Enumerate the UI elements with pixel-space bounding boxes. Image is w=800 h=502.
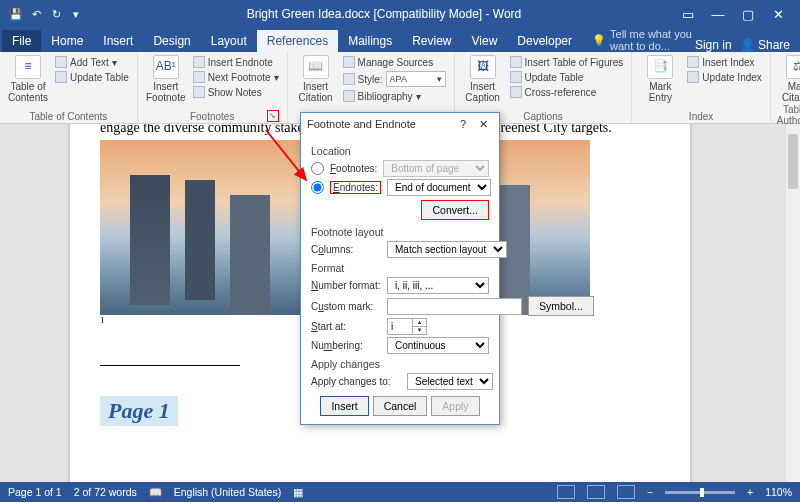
group-index: 📑Mark Entry Insert Index Update Index In…	[632, 52, 771, 123]
mark-entry-button[interactable]: 📑Mark Entry	[638, 55, 682, 110]
undo-icon[interactable]: ↶	[28, 6, 44, 22]
vertical-scrollbar[interactable]	[785, 124, 800, 482]
share-button[interactable]: 👤 Share	[740, 38, 790, 52]
numbering-label: Numbering:	[311, 340, 381, 351]
footnotes-radio[interactable]	[311, 162, 324, 175]
insert-citation-button[interactable]: 📖Insert Citation	[294, 55, 338, 110]
symbol-button[interactable]: Symbol...	[528, 296, 594, 316]
update-icon	[55, 71, 67, 83]
update-icon	[510, 71, 522, 83]
close-icon[interactable]: ✕	[766, 7, 790, 22]
dialog-close-button[interactable]: ✕	[473, 118, 493, 131]
web-layout-button[interactable]	[617, 485, 635, 499]
group-toc: ≡Table of Contents Add Text ▾ Update Tab…	[0, 52, 138, 123]
status-words[interactable]: 2 of 72 words	[74, 486, 137, 498]
tab-file[interactable]: File	[2, 30, 41, 52]
status-page[interactable]: Page 1 of 1	[8, 486, 62, 498]
section-apply-changes: Apply changes	[311, 358, 489, 370]
insert-endnote-button[interactable]: Insert Endnote	[191, 55, 281, 69]
zoom-out-button[interactable]: −	[647, 486, 653, 498]
tab-developer[interactable]: Developer	[507, 30, 582, 52]
save-icon[interactable]: 💾	[8, 6, 24, 22]
tell-me[interactable]: 💡Tell me what you want to do...	[582, 28, 695, 52]
mark-citation-button[interactable]: ⚖Mark Citation	[777, 55, 800, 103]
section-footnote-layout: Footnote layout	[311, 226, 489, 238]
insert-button[interactable]: Insert	[320, 396, 368, 416]
convert-button[interactable]: Convert...	[421, 200, 489, 220]
endnotes-radio[interactable]	[311, 181, 324, 194]
insert-caption-button[interactable]: 🖼Insert Caption	[461, 55, 505, 110]
page-number-field[interactable]: Page 1	[100, 396, 178, 426]
number-format-select[interactable]: i, ii, iii, ...	[387, 277, 489, 294]
footnotes-radio-label[interactable]: Footnotes:	[330, 163, 377, 174]
custom-mark-input[interactable]	[387, 298, 522, 315]
custom-mark-label: Custom mark:	[311, 301, 381, 312]
ribbon-options-icon[interactable]: ▭	[676, 7, 700, 22]
signin-link[interactable]: Sign in	[695, 38, 732, 52]
endnotes-radio-label[interactable]: Endnotes:	[330, 181, 381, 194]
start-at-input[interactable]	[387, 318, 413, 335]
footnotes-dialog-launcher[interactable]: ↘	[267, 110, 279, 122]
tab-review[interactable]: Review	[402, 30, 461, 52]
maximize-icon[interactable]: ▢	[736, 7, 760, 22]
qat-customize-icon[interactable]: ▾	[68, 6, 84, 22]
add-text-button[interactable]: Add Text ▾	[53, 55, 131, 69]
status-language[interactable]: English (United States)	[174, 486, 281, 498]
status-proofing-icon[interactable]: 📖	[149, 486, 162, 499]
tab-home[interactable]: Home	[41, 30, 93, 52]
read-mode-button[interactable]	[557, 485, 575, 499]
zoom-in-button[interactable]: +	[747, 486, 753, 498]
tab-mailings[interactable]: Mailings	[338, 30, 402, 52]
start-at-label: Start at:	[311, 321, 381, 332]
footnote-separator	[100, 365, 240, 366]
spin-down-icon[interactable]: ▼	[413, 327, 426, 334]
endnotes-position-select[interactable]: End of document	[387, 179, 491, 196]
redo-icon[interactable]: ↻	[48, 6, 64, 22]
cross-ref-icon	[510, 86, 522, 98]
columns-label: Columns:	[311, 244, 381, 255]
status-bar: Page 1 of 1 2 of 72 words 📖 English (Uni…	[0, 482, 800, 502]
cross-reference-button[interactable]: Cross-reference	[508, 85, 626, 99]
apply-button[interactable]: Apply	[431, 396, 479, 416]
insert-footnote-button[interactable]: AB¹Insert Footnote	[144, 55, 188, 110]
tab-insert[interactable]: Insert	[93, 30, 143, 52]
insert-tof-button[interactable]: Insert Table of Figures	[508, 55, 626, 69]
lightbulb-icon: 💡	[592, 34, 606, 47]
tof-icon	[510, 56, 522, 68]
ribbon-tabs: File Home Insert Design Layout Reference…	[0, 28, 800, 52]
zoom-level[interactable]: 110%	[765, 486, 792, 498]
zoom-slider[interactable]	[665, 491, 735, 494]
citation-style-select[interactable]: Style: APA▾	[341, 70, 448, 88]
spin-up-icon[interactable]: ▲	[413, 319, 426, 327]
apply-to-select[interactable]: Selected text	[407, 373, 493, 390]
cancel-button[interactable]: Cancel	[373, 396, 428, 416]
bibliography-button[interactable]: Bibliography ▾	[341, 89, 448, 103]
tab-references[interactable]: References	[257, 30, 338, 52]
print-layout-button[interactable]	[587, 485, 605, 499]
insert-index-icon	[687, 56, 699, 68]
scrollbar-thumb[interactable]	[788, 134, 798, 189]
tab-design[interactable]: Design	[143, 30, 200, 52]
update-toc-button[interactable]: Update Table	[53, 70, 131, 84]
tab-view[interactable]: View	[462, 30, 508, 52]
numbering-select[interactable]: Continuous	[387, 337, 489, 354]
show-notes-button[interactable]: Show Notes	[191, 85, 281, 99]
show-notes-icon	[193, 86, 205, 98]
columns-select[interactable]: Match section layout	[387, 241, 507, 258]
update-index-button[interactable]: Update Index	[685, 70, 764, 84]
update-icon	[687, 71, 699, 83]
table-of-contents-button[interactable]: ≡Table of Contents	[6, 55, 50, 110]
next-footnote-icon	[193, 71, 205, 83]
title-bar: 💾 ↶ ↻ ▾ Bright Green Idea.docx [Compatib…	[0, 0, 800, 28]
start-at-spinner[interactable]: ▲▼	[387, 318, 427, 335]
dialog-help-button[interactable]: ?	[453, 118, 473, 130]
next-footnote-button[interactable]: Next Footnote ▾	[191, 70, 281, 84]
update-captions-button[interactable]: Update Table	[508, 70, 626, 84]
manage-sources-button[interactable]: Manage Sources	[341, 55, 448, 69]
number-format-label: Number format:	[311, 280, 381, 291]
quick-access-toolbar: 💾 ↶ ↻ ▾	[0, 6, 92, 22]
insert-index-button[interactable]: Insert Index	[685, 55, 764, 69]
minimize-icon[interactable]: —	[706, 7, 730, 22]
status-macro-icon[interactable]: ▦	[293, 486, 303, 498]
tab-layout[interactable]: Layout	[201, 30, 257, 52]
